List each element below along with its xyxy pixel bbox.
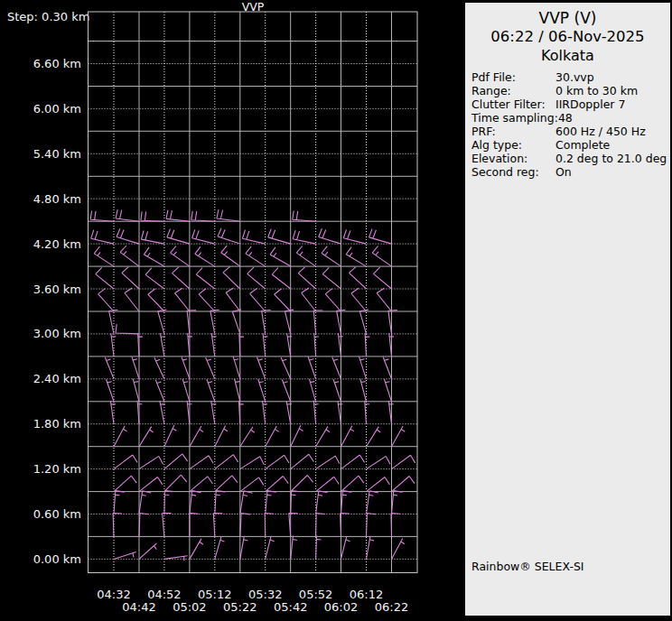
wind-barb (190, 513, 199, 536)
wind-barb (240, 514, 250, 537)
wind-barb (144, 247, 164, 266)
svg-text:05:02: 05:02 (173, 600, 206, 614)
wind-barb (226, 288, 240, 311)
wind-barb (333, 379, 341, 402)
wind-barb (148, 289, 164, 311)
wind-barb (145, 268, 164, 289)
wind-barb (192, 229, 215, 244)
wind-barb (369, 229, 392, 245)
wind-barb (388, 310, 397, 334)
wind-barb (325, 289, 341, 311)
wind-barb (343, 229, 366, 244)
wind-barb (392, 426, 406, 447)
wind-barb (90, 211, 114, 222)
info-label: Time sampling: (471, 111, 558, 125)
wind-barb (215, 491, 225, 514)
wind-barb (367, 536, 375, 560)
wind-barb (266, 426, 279, 447)
wind-barb (114, 491, 125, 514)
wind-barb (266, 491, 276, 514)
wind-barb (392, 538, 406, 559)
info-row-prf: PRF:600 Hz / 450 Hz (471, 125, 670, 138)
wind-barb (257, 357, 265, 379)
wind-barb (171, 246, 190, 267)
wind-barb (190, 491, 201, 514)
wind-barb (309, 379, 315, 402)
wind-barb (240, 536, 248, 560)
wind-barb (166, 210, 190, 222)
wind-barb (164, 454, 188, 469)
vvp-plot-region: Step: 0.30 km VVP 6.60 km6.00 km5.40 km4… (0, 0, 462, 621)
wind-barb (272, 268, 291, 289)
wind-barb (266, 536, 275, 559)
wind-barb (346, 247, 366, 267)
wind-barb (96, 267, 114, 289)
wind-barb (372, 246, 391, 267)
wind-barb (215, 476, 238, 492)
wind-barb (160, 401, 165, 424)
wind-barb (341, 536, 350, 559)
app-root: { "plot": { "step_label": "Step: 0.30 km… (0, 0, 672, 621)
wind-barb (367, 456, 391, 468)
wind-barb (341, 514, 350, 537)
wind-barb (91, 230, 114, 244)
wind-barb (350, 267, 367, 289)
vvp-plot-svg: 6.60 km6.00 km5.40 km4.80 km4.20 km3.60 … (0, 0, 462, 621)
wind-barb (246, 246, 266, 266)
svg-text:2.40 km: 2.40 km (33, 372, 81, 385)
wind-barb (338, 401, 343, 424)
wind-barb (351, 288, 367, 311)
wind-barb (268, 229, 291, 245)
info-label: Clutter Filter: (471, 97, 555, 111)
wind-barb (158, 310, 167, 334)
wind-barb (367, 514, 377, 537)
wind-barb (238, 401, 243, 424)
svg-text:6.60 km: 6.60 km (33, 57, 81, 70)
wind-barb (233, 357, 240, 379)
wind-barb (341, 455, 365, 469)
wind-barb (199, 289, 215, 311)
svg-text:1.20 km: 1.20 km (33, 462, 81, 476)
wind-barb (384, 379, 391, 402)
wind-barb (341, 426, 355, 447)
wind-barb (114, 426, 127, 447)
wind-barb (139, 491, 151, 514)
wind-barb (392, 477, 415, 492)
wind-barb (211, 401, 217, 424)
wind-barb (218, 228, 240, 244)
wind-barb (182, 357, 190, 378)
wind-barb (213, 514, 222, 537)
wind-barb (105, 357, 114, 379)
wind-barb (139, 477, 163, 492)
wind-barb (247, 267, 266, 289)
svg-text:5.40 km: 5.40 km (33, 147, 81, 161)
wind-barb (190, 539, 203, 560)
info-row-pdf-file: Pdf File:30.vvp (471, 70, 670, 84)
wind-barb (341, 491, 352, 514)
wind-barb (298, 267, 315, 289)
wind-barb (359, 357, 367, 379)
info-row-second-reg: Second reg:On (471, 165, 670, 179)
wind-barb (359, 310, 369, 334)
wind-barb (240, 457, 265, 469)
wind-barb (291, 454, 314, 468)
wind-barb (319, 228, 341, 244)
wind-barb (392, 455, 415, 468)
wind-barb (133, 379, 139, 402)
wind-barb (182, 379, 190, 402)
info-row-time-sampling: Time sampling:48 (471, 111, 670, 125)
wind-barb (114, 551, 136, 559)
wind-barb (116, 209, 139, 221)
wind-barb (154, 357, 164, 379)
wind-barb (116, 324, 139, 334)
wind-barb (293, 230, 315, 244)
wind-barb (391, 514, 400, 537)
info-row-range: Range:0 km to 30 km (471, 84, 670, 97)
wind-barb (190, 477, 213, 492)
wind-barb (275, 289, 291, 311)
plot-frame (89, 12, 418, 573)
info-panel: VVP (V) 06:22 / 06-Nov-2025 Kolkata Pdf … (465, 3, 670, 616)
wind-barb (239, 333, 244, 357)
wind-barb (316, 514, 325, 537)
info-label: Range: (471, 84, 555, 97)
